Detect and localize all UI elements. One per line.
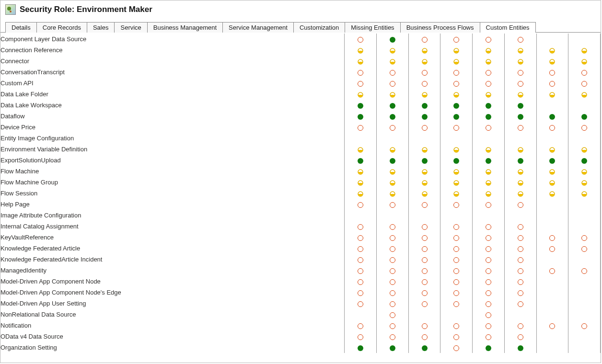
privilege-cell[interactable]	[568, 298, 601, 309]
privilege-cell[interactable]	[345, 177, 377, 188]
privilege-cell[interactable]	[345, 188, 377, 199]
privilege-none-icon[interactable]	[549, 235, 555, 241]
privilege-none-icon[interactable]	[422, 37, 428, 43]
privilege-cell[interactable]	[345, 34, 377, 45]
privilege-cell[interactable]	[536, 45, 568, 56]
privilege-none-icon[interactable]	[453, 334, 459, 340]
privilege-none-icon[interactable]	[422, 290, 428, 296]
privilege-partial-icon[interactable]	[358, 92, 363, 98]
privilege-cell[interactable]	[504, 265, 536, 276]
privilege-cell[interactable]	[473, 45, 505, 56]
privilege-none-icon[interactable]	[390, 235, 395, 241]
entity-name-cell[interactable]: Internal Catalog Assignment	[0, 221, 345, 232]
privilege-none-icon[interactable]	[453, 246, 459, 252]
privilege-cell[interactable]	[504, 133, 536, 144]
privilege-none-icon[interactable]	[422, 224, 428, 230]
privilege-cell[interactable]	[408, 78, 440, 89]
privilege-cell[interactable]	[504, 276, 536, 287]
privilege-partial-icon[interactable]	[453, 59, 459, 65]
privilege-cell[interactable]	[568, 232, 601, 243]
privilege-partial-icon[interactable]	[486, 147, 491, 153]
privilege-cell[interactable]	[408, 243, 440, 254]
privilege-none-icon[interactable]	[422, 125, 428, 131]
privilege-org-icon[interactable]	[390, 345, 395, 351]
entity-name-cell[interactable]: Device Price	[0, 122, 345, 133]
privilege-cell[interactable]	[536, 331, 568, 342]
privilege-partial-icon[interactable]	[422, 48, 428, 54]
privilege-cell[interactable]	[345, 100, 377, 111]
tab-business-process-flows[interactable]: Business Process Flows	[400, 22, 480, 33]
privilege-none-icon[interactable]	[390, 323, 395, 329]
privilege-cell[interactable]	[408, 45, 440, 56]
privilege-cell[interactable]	[473, 166, 505, 177]
privilege-partial-icon[interactable]	[486, 59, 491, 65]
privilege-partial-icon[interactable]	[518, 191, 523, 197]
entity-name-cell[interactable]: Environment Variable Definition	[0, 144, 345, 155]
privilege-cell[interactable]	[536, 56, 568, 67]
tab-details[interactable]: Details	[5, 22, 37, 33]
privilege-cell[interactable]	[536, 298, 568, 309]
tab-sales[interactable]: Sales	[87, 22, 115, 33]
privilege-none-icon[interactable]	[358, 70, 363, 76]
privilege-partial-icon[interactable]	[453, 48, 459, 54]
privilege-none-icon[interactable]	[486, 334, 491, 340]
privilege-cell[interactable]	[377, 188, 409, 199]
privilege-cell[interactable]	[568, 177, 601, 188]
privilege-none-icon[interactable]	[358, 81, 363, 87]
privilege-cell[interactable]	[440, 331, 473, 342]
privilege-cell[interactable]	[408, 232, 440, 243]
entity-name-cell[interactable]: Custom API	[0, 78, 345, 89]
privilege-partial-icon[interactable]	[453, 191, 459, 197]
entity-name-cell[interactable]: NonRelational Data Source	[0, 309, 345, 320]
privilege-cell[interactable]	[504, 243, 536, 254]
privilege-cell[interactable]	[440, 232, 473, 243]
privilege-none-icon[interactable]	[453, 268, 459, 274]
privilege-cell[interactable]	[377, 155, 409, 166]
privilege-none-icon[interactable]	[390, 268, 395, 274]
privilege-cell[interactable]	[345, 89, 377, 100]
privilege-cell[interactable]	[408, 265, 440, 276]
privilege-cell[interactable]	[568, 188, 601, 199]
privilege-cell[interactable]	[536, 265, 568, 276]
privilege-cell[interactable]	[377, 56, 409, 67]
privilege-none-icon[interactable]	[422, 235, 428, 241]
privilege-org-icon[interactable]	[422, 114, 428, 120]
privilege-none-icon[interactable]	[518, 235, 523, 241]
privilege-cell[interactable]	[440, 45, 473, 56]
privilege-cell[interactable]	[408, 177, 440, 188]
privilege-cell[interactable]	[377, 243, 409, 254]
privilege-cell[interactable]	[345, 298, 377, 309]
privilege-cell[interactable]	[440, 210, 473, 221]
privilege-partial-icon[interactable]	[390, 48, 395, 54]
privilege-cell[interactable]	[345, 276, 377, 287]
privilege-cell[interactable]	[377, 199, 409, 210]
privilege-cell[interactable]	[568, 133, 601, 144]
privilege-none-icon[interactable]	[518, 125, 523, 131]
privilege-cell[interactable]	[536, 155, 568, 166]
privilege-partial-icon[interactable]	[390, 169, 395, 175]
privilege-none-icon[interactable]	[549, 125, 555, 131]
privilege-cell[interactable]	[345, 210, 377, 221]
privilege-cell[interactable]	[504, 320, 536, 331]
entity-name-cell[interactable]: Notification	[0, 320, 345, 331]
privilege-partial-icon[interactable]	[518, 59, 523, 65]
privilege-cell[interactable]	[568, 320, 601, 331]
privilege-cell[interactable]	[473, 56, 505, 67]
privilege-cell[interactable]	[377, 122, 409, 133]
privilege-none-icon[interactable]	[390, 257, 395, 263]
privilege-cell[interactable]	[345, 67, 377, 78]
privilege-cell[interactable]	[377, 100, 409, 111]
privilege-none-icon[interactable]	[453, 70, 459, 76]
privilege-none-icon[interactable]	[422, 81, 428, 87]
privilege-partial-icon[interactable]	[581, 92, 587, 98]
privilege-cell[interactable]	[345, 199, 377, 210]
privilege-none-icon[interactable]	[518, 81, 523, 87]
privilege-cell[interactable]	[345, 243, 377, 254]
privilege-partial-icon[interactable]	[581, 147, 587, 153]
privilege-cell[interactable]	[504, 221, 536, 232]
privilege-none-icon[interactable]	[486, 312, 491, 318]
entity-name-cell[interactable]: Flow Machine Group	[0, 177, 345, 188]
privilege-cell[interactable]	[377, 144, 409, 155]
privilege-cell[interactable]	[408, 188, 440, 199]
privilege-cell[interactable]	[345, 133, 377, 144]
